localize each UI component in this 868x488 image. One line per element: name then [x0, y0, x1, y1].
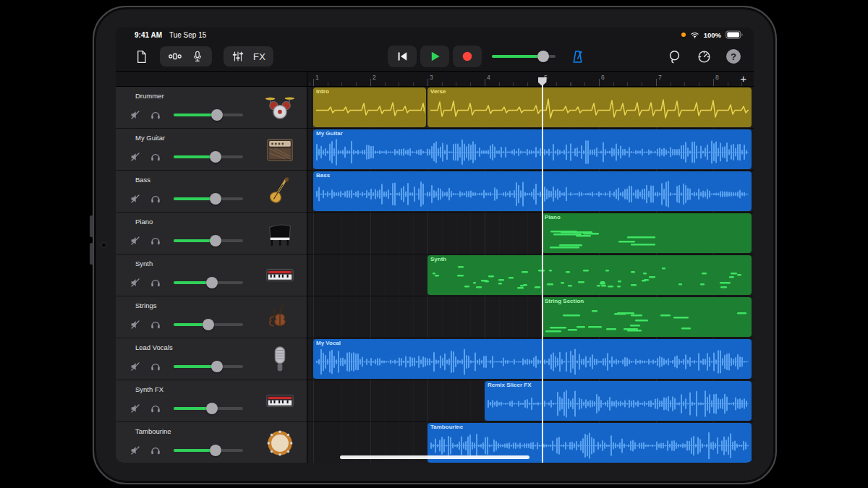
track-volume-slider[interactable] — [174, 365, 243, 368]
ruler-mark: 3 — [430, 74, 433, 81]
region-my-vocal[interactable]: My Vocal — [313, 339, 752, 379]
instrument-image-piano[interactable] — [263, 218, 297, 249]
track-row-my-guitar[interactable]: My Guitar — [116, 129, 307, 171]
play-button[interactable] — [420, 46, 449, 67]
headphones-icon[interactable] — [149, 276, 162, 289]
mixer-button[interactable] — [231, 50, 244, 63]
volume-thumb[interactable] — [210, 445, 221, 456]
instrument-image-drums[interactable] — [263, 92, 297, 124]
volume-thumb[interactable] — [203, 319, 214, 330]
track-volume-slider[interactable] — [174, 323, 243, 326]
headphones-icon[interactable] — [149, 444, 162, 457]
ruler[interactable]: + 12345678 — [307, 72, 754, 87]
region-piano[interactable]: Piano — [542, 213, 752, 253]
fx-button[interactable]: FX — [253, 51, 265, 62]
volume-thumb[interactable] — [211, 109, 223, 121]
track-row-strings[interactable]: Strings — [116, 296, 307, 338]
master-volume-fill — [492, 55, 542, 58]
region-label: Tambourine — [430, 424, 463, 430]
track-row-synth-fx[interactable]: Synth FX — [116, 380, 307, 422]
track-volume-slider[interactable] — [174, 449, 243, 452]
track-volume-slider[interactable] — [174, 239, 243, 242]
ruler-mark: 8 — [715, 74, 719, 81]
region-synth[interactable]: Synth — [427, 255, 752, 295]
instrument-image-microphone[interactable] — [263, 343, 297, 375]
instrument-image-synth[interactable] — [263, 385, 297, 417]
mute-icon[interactable] — [129, 318, 142, 331]
track-volume-slider[interactable] — [174, 155, 243, 158]
song-settings-button[interactable] — [697, 49, 712, 64]
mute-icon[interactable] — [129, 360, 142, 373]
audio-waveform — [315, 179, 750, 210]
mute-icon[interactable] — [129, 234, 142, 247]
help-button[interactable]: ? — [726, 49, 741, 64]
region-string-section[interactable]: String Section — [542, 297, 752, 337]
lane-drummer: Intro Verse — [307, 87, 754, 129]
region-bass[interactable]: Bass — [313, 171, 752, 211]
mute-icon[interactable] — [129, 444, 142, 457]
region-remix-slicer-fx[interactable]: Remix Slicer FX — [485, 381, 752, 421]
track-row-drummer[interactable]: Drummer — [116, 87, 307, 129]
volume-thumb[interactable] — [206, 403, 218, 414]
instrument-image-amp[interactable] — [263, 134, 297, 166]
track-row-piano[interactable]: Piano — [116, 213, 307, 254]
volume-thumb[interactable] — [206, 277, 218, 288]
home-indicator[interactable] — [340, 455, 529, 459]
mute-icon[interactable] — [129, 402, 142, 415]
region-label: String Section — [545, 298, 584, 304]
my-songs-button[interactable] — [135, 50, 148, 64]
region-intro[interactable]: Intro — [313, 87, 426, 127]
track-row-bass[interactable]: Bass — [116, 171, 307, 213]
headphones-icon[interactable] — [149, 234, 162, 247]
track-volume-slider[interactable] — [174, 281, 243, 284]
mute-icon[interactable] — [129, 108, 142, 121]
track-name: Synth — [135, 260, 153, 267]
headphones-icon[interactable] — [149, 192, 162, 205]
track-controls-group — [160, 46, 212, 67]
instrument-image-strings[interactable] — [263, 301, 297, 333]
volume-thumb[interactable] — [210, 235, 221, 247]
volume-thumb[interactable] — [210, 193, 221, 205]
volume-thumb[interactable] — [210, 151, 221, 163]
track-controls-button[interactable] — [168, 49, 182, 64]
record-button[interactable] — [453, 46, 482, 67]
mute-icon[interactable] — [129, 276, 142, 289]
headphones-icon[interactable] — [149, 150, 162, 163]
audio-input-button[interactable] — [191, 50, 204, 63]
region-label: Verse — [430, 88, 446, 95]
metronome-button[interactable] — [570, 49, 585, 64]
instrument-image-synth[interactable] — [263, 260, 297, 291]
mute-icon[interactable] — [129, 150, 142, 163]
gauge-icon — [697, 49, 712, 64]
region-my-guitar[interactable]: My Guitar — [313, 129, 752, 169]
track-volume-slider[interactable] — [174, 114, 243, 116]
add-track-section-button[interactable]: + — [740, 72, 746, 85]
track-name: Piano — [135, 218, 153, 226]
track-volume-slider[interactable] — [174, 197, 243, 200]
track-list-header — [116, 72, 307, 87]
playhead[interactable] — [542, 77, 543, 463]
lanes: Intro Verse My Guitar Bass — [307, 87, 754, 463]
rewind-button[interactable] — [388, 46, 417, 67]
lane-strings: String Section — [307, 296, 754, 338]
battery-icon — [726, 30, 744, 39]
headphones-icon[interactable] — [149, 318, 162, 331]
headphones-icon[interactable] — [149, 360, 162, 373]
loop-browser-button[interactable] — [667, 49, 682, 64]
region-verse[interactable]: Verse — [427, 87, 752, 127]
track-name: Bass — [135, 176, 150, 184]
front-camera — [102, 244, 106, 247]
headphones-icon[interactable] — [149, 108, 162, 121]
track-row-synth[interactable]: Synth — [116, 254, 307, 296]
master-volume-thumb[interactable] — [537, 51, 549, 62]
mute-icon[interactable] — [129, 192, 142, 205]
track-volume-slider[interactable] — [174, 407, 243, 410]
volume-thumb[interactable] — [211, 361, 223, 372]
instrument-image-bass[interactable] — [263, 176, 297, 207]
instrument-image-tambourine[interactable] — [263, 427, 297, 459]
track-row-lead-vocals[interactable]: Lead Vocals — [116, 338, 307, 380]
track-row-tambourine[interactable]: Tambourine — [116, 422, 307, 463]
master-volume-slider[interactable] — [492, 55, 556, 58]
headphones-icon[interactable] — [149, 402, 162, 415]
region-label: Bass — [316, 172, 330, 179]
